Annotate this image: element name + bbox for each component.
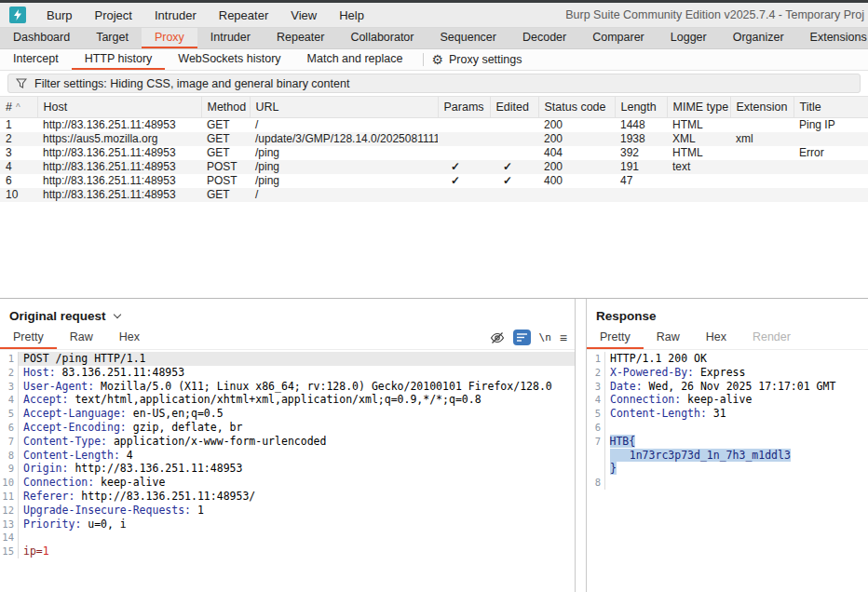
column-header-mime-type[interactable]: MIME type	[667, 97, 730, 118]
tab-target[interactable]: Target	[83, 28, 142, 48]
menu-intruder[interactable]: Intruder	[143, 8, 208, 22]
pane-divider[interactable]	[576, 299, 586, 592]
http-history-table[interactable]: #^HostMethodURLParamsEditedStatus codeLe…	[0, 96, 868, 298]
table-row[interactable]: 10http://83.136.251.11:48953GET/	[0, 188, 868, 202]
line-text: Content-Type: application/x-www-form-url…	[19, 435, 575, 449]
line-number: 5	[587, 407, 605, 421]
cell-host: http://83.136.251.11:48953	[37, 160, 201, 174]
code-line: 11Referer: http://83.136.251.11:48953/	[0, 490, 575, 504]
tab-separator	[423, 53, 424, 66]
request-pane-title: Original request	[9, 309, 106, 323]
tab-intruder[interactable]: Intruder	[197, 28, 264, 48]
column-header-length[interactable]: Length	[615, 97, 667, 118]
request-editor-toolbar: \n ≡	[490, 330, 575, 349]
cell-length: 191	[615, 160, 667, 174]
line-text: Connection: keep-alive	[605, 393, 868, 407]
menu-repeater[interactable]: Repeater	[208, 8, 279, 22]
tab-sequencer[interactable]: Sequencer	[427, 28, 509, 48]
cell-host: http://83.136.251.11:48953	[37, 146, 201, 160]
cell-host: http://83.136.251.11:48953	[37, 118, 201, 133]
column-header-host[interactable]: Host	[37, 97, 201, 118]
table-row[interactable]: 6http://83.136.251.11:48953POST/ping✓✓40…	[0, 174, 868, 188]
column-header-edited[interactable]: Edited	[490, 97, 538, 118]
tab-organizer[interactable]: Organizer	[720, 28, 797, 48]
cell-extension	[730, 118, 793, 133]
filter-area: Filter settings: Hiding CSS, image and g…	[0, 71, 868, 96]
tab-decoder[interactable]: Decoder	[509, 28, 579, 48]
cell-mime	[667, 188, 730, 202]
proxy-settings-tab[interactable]: ⚙ Proxy settings	[431, 52, 522, 67]
subtab-http-history[interactable]: HTTP history	[72, 49, 166, 70]
line-text: User-Agent: Mozilla/5.0 (X11; Linux x86_…	[19, 380, 575, 394]
tab-logger[interactable]: Logger	[658, 28, 720, 48]
cell-mime	[667, 174, 730, 188]
request-editor[interactable]: 1POST /ping HTTP/1.12Host: 83.136.251.11…	[0, 350, 575, 592]
column-header-status-code[interactable]: Status code	[538, 97, 615, 118]
word-wrap-icon[interactable]	[513, 330, 531, 345]
code-line: 7Content-Type: application/x-www-form-ur…	[0, 435, 575, 449]
code-line: }	[587, 462, 868, 476]
tab-collaborator[interactable]: Collaborator	[337, 28, 427, 48]
response-tab-hex[interactable]: Hex	[693, 327, 739, 349]
column-header-title[interactable]: Title	[793, 97, 868, 118]
tab-repeater[interactable]: Repeater	[264, 28, 337, 48]
line-number: 11	[0, 490, 19, 504]
menu-view[interactable]: View	[279, 8, 328, 22]
cell-method: GET	[201, 188, 250, 202]
line-text: Host: 83.136.251.11:48953	[19, 366, 575, 380]
line-text: Accept: text/html,application/xhtml+xml,…	[19, 393, 575, 407]
code-line: 8Content-Length: 4	[0, 449, 575, 463]
request-tab-pretty[interactable]: Pretty	[0, 327, 57, 349]
line-text: HTB{	[605, 435, 868, 449]
menu-burp[interactable]: Burp	[35, 8, 83, 22]
cell-num: 3	[0, 146, 37, 160]
column-header-url[interactable]: URL	[250, 97, 438, 118]
tab-comparer[interactable]: Comparer	[579, 28, 658, 48]
chevron-down-icon	[113, 311, 120, 318]
table-row[interactable]: 2https://aus5.mozilla.orgGET/update/3/GM…	[0, 132, 868, 146]
request-pane-header[interactable]: Original request	[0, 299, 575, 323]
newline-toggle-icon[interactable]: \n	[539, 331, 551, 343]
column-header-num[interactable]: #^	[0, 97, 37, 118]
subtab-intercept[interactable]: Intercept	[0, 49, 72, 70]
cell-method: POST	[201, 174, 250, 188]
tab-dashboard[interactable]: Dashboard	[0, 28, 83, 48]
cell-title	[793, 188, 868, 202]
filter-settings-bar[interactable]: Filter settings: Hiding CSS, image and g…	[7, 74, 861, 93]
line-number: 3	[587, 380, 605, 394]
response-editor[interactable]: 1HTTP/1.1 200 OK2X-Powered-By: Express3D…	[587, 350, 868, 592]
tab-extensions[interactable]: Extensions	[797, 28, 868, 48]
table-row[interactable]: 3http://83.136.251.11:48953GET/ping40439…	[0, 146, 868, 160]
cell-status: 200	[538, 132, 615, 146]
subtab-websockets-history[interactable]: WebSockets history	[165, 49, 293, 70]
column-header-method[interactable]: Method	[201, 97, 250, 118]
code-line: 4Accept: text/html,application/xhtml+xml…	[0, 393, 575, 407]
subtab-match-and-replace[interactable]: Match and replace	[294, 49, 416, 70]
tab-proxy[interactable]: Proxy	[142, 28, 197, 48]
menu-help[interactable]: Help	[328, 8, 375, 22]
response-tab-raw[interactable]: Raw	[644, 327, 693, 349]
cell-host: https://aus5.mozilla.org	[37, 132, 201, 146]
column-header-params[interactable]: Params	[438, 97, 490, 118]
code-line: 3Date: Wed, 26 Nov 2025 17:17:01 GMT	[587, 380, 868, 394]
code-line: 6Accept-Encoding: gzip, deflate, br	[0, 421, 575, 435]
eye-slash-icon[interactable]	[490, 331, 505, 344]
message-editor-area: Original request PrettyRawHex \n	[0, 299, 868, 592]
response-editor-tabs: PrettyRawHexRender	[587, 327, 868, 350]
line-text: Content-Length: 31	[605, 407, 868, 421]
table-row[interactable]: 1http://83.136.251.11:48953GET/2001448HT…	[0, 118, 868, 133]
response-tab-pretty[interactable]: Pretty	[587, 327, 644, 349]
table-row[interactable]: 4http://83.136.251.11:48953POST/ping✓✓20…	[0, 160, 868, 174]
cell-num: 2	[0, 132, 37, 146]
column-header-extension[interactable]: Extension	[730, 97, 793, 118]
cell-length: 1938	[615, 132, 667, 146]
cell-num: 10	[0, 188, 37, 202]
menu-project[interactable]: Project	[83, 8, 142, 22]
line-text: Connection: keep-alive	[19, 476, 575, 490]
code-line: 6	[587, 421, 868, 435]
line-number: 1	[0, 352, 19, 366]
editor-menu-icon[interactable]: ≡	[560, 330, 567, 345]
request-tab-hex[interactable]: Hex	[106, 327, 153, 349]
request-tab-raw[interactable]: Raw	[57, 327, 106, 349]
cell-params	[438, 132, 490, 146]
